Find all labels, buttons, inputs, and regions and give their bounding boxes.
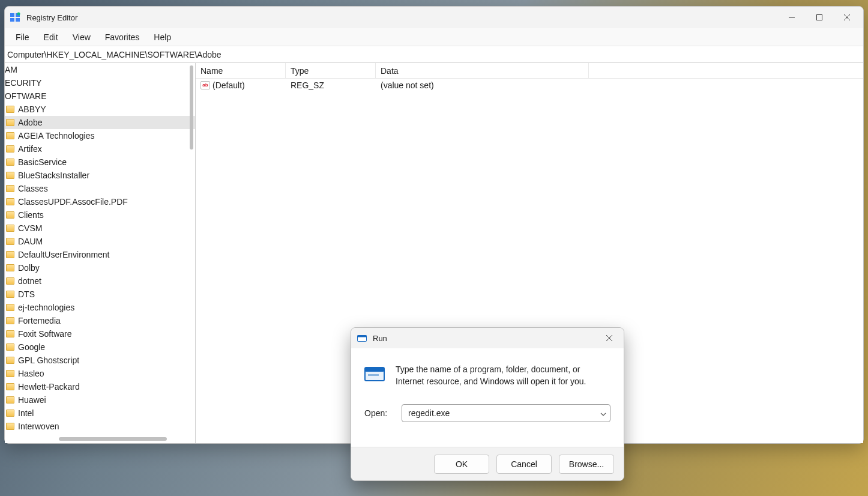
run-titlebar[interactable]: Run <box>351 328 624 348</box>
tree-item-label: Classes <box>18 184 48 193</box>
address-bar[interactable]: Computer\HKEY_LOCAL_MACHINE\SOFTWARE\Ado… <box>5 46 863 63</box>
tree-item-label: AGEIA Technologies <box>18 131 94 141</box>
tree-vertical-scrollbar[interactable] <box>184 63 195 432</box>
folder-icon <box>6 291 14 298</box>
run-title: Run <box>373 334 387 343</box>
tree-item[interactable]: CVSM <box>5 222 195 235</box>
tree-item[interactable]: Foxit Software <box>5 327 195 340</box>
address-text: Computer\HKEY_LOCAL_MACHINE\SOFTWARE\Ado… <box>7 50 222 59</box>
tree-item[interactable]: Clients <box>5 208 195 222</box>
tree-item[interactable]: Fortemedia <box>5 314 195 327</box>
value-name: (Default) <box>212 80 245 90</box>
tree-item[interactable]: AM <box>5 63 195 76</box>
folder-icon <box>6 251 14 258</box>
tree-item-label: DTS <box>18 289 35 299</box>
menu-help[interactable]: Help <box>146 30 178 44</box>
run-open-value: regedit.exe <box>408 408 450 418</box>
tree-item[interactable]: ej-technologies <box>5 301 195 314</box>
string-value-icon: ab <box>200 81 210 89</box>
tree-item[interactable]: Google <box>5 340 195 354</box>
maximize-button[interactable] <box>806 8 833 27</box>
folder-icon <box>6 264 14 271</box>
folder-icon <box>6 211 14 219</box>
tree-item-label: DefaultUserEnvironment <box>18 250 110 259</box>
tree-item[interactable]: ClassesUPDF.AssocFile.PDF <box>5 195 195 208</box>
tree-item-label: ej-technologies <box>18 303 74 312</box>
run-icon <box>357 334 367 342</box>
folder-icon <box>6 317 14 324</box>
tree-item[interactable]: GPL Ghostscript <box>5 354 195 367</box>
folder-icon <box>6 225 14 232</box>
tree-item[interactable]: Huawei <box>5 393 195 407</box>
titlebar[interactable]: Registry Editor <box>5 7 863 28</box>
tree-item[interactable]: ABBYY <box>5 103 195 116</box>
tree-item[interactable]: DTS <box>5 288 195 301</box>
tree-item[interactable]: DefaultUserEnvironment <box>5 248 195 261</box>
tree-item-label: Interwoven <box>18 422 59 431</box>
cancel-button[interactable]: Cancel <box>496 455 552 474</box>
tree-item-label: Intel <box>18 408 34 418</box>
folder-icon <box>6 423 14 430</box>
tree-item-label: ClassesUPDF.AssocFile.PDF <box>18 197 128 207</box>
tree-item[interactable]: ECURITY <box>5 76 195 89</box>
run-dialog: Run Type the name of a program, folder, … <box>351 327 624 481</box>
window-title: Registry Editor <box>26 13 77 22</box>
scrollbar-thumb[interactable] <box>59 437 167 441</box>
run-body: Type the name of a program, folder, docu… <box>351 348 624 447</box>
column-header-name[interactable]: Name <box>196 63 286 78</box>
tree-pane[interactable]: AMECURITYOFTWAREABBYYAdobeAGEIA Technolo… <box>5 63 196 443</box>
tree-item[interactable]: Artifex <box>5 142 195 156</box>
tree-item[interactable]: Classes <box>5 182 195 195</box>
scrollbar-thumb[interactable] <box>190 65 193 150</box>
tree-item[interactable]: Intel <box>5 407 195 420</box>
tree-item[interactable]: dotnet <box>5 274 195 288</box>
tree-item[interactable]: Hasleo <box>5 367 195 380</box>
run-description: Type the name of a program, folder, docu… <box>396 364 610 387</box>
tree-item[interactable]: Hewlett-Packard <box>5 380 195 393</box>
folder-icon <box>6 238 14 245</box>
column-header-type[interactable]: Type <box>286 63 376 78</box>
menu-view[interactable]: View <box>65 30 98 44</box>
menu-edit[interactable]: Edit <box>37 30 65 44</box>
tree-item[interactable]: Adobe <box>5 116 195 129</box>
tree-item-label: Clients <box>18 210 44 220</box>
folder-icon <box>6 383 14 390</box>
svg-rect-6 <box>817 15 822 20</box>
run-button-bar: OK Cancel Browse... <box>351 447 624 480</box>
tree-item[interactable]: AGEIA Technologies <box>5 129 195 142</box>
tree-item-label: OFTWARE <box>5 91 46 101</box>
tree-item-label: Google <box>18 342 45 352</box>
tree-item[interactable]: Dolby <box>5 261 195 274</box>
folder-icon <box>6 357 14 364</box>
folder-icon <box>6 343 14 351</box>
tree-item-label: CVSM <box>18 223 42 233</box>
minimize-button[interactable] <box>778 8 806 27</box>
tree-item[interactable]: DAUM <box>5 235 195 248</box>
tree-item[interactable]: BlueStacksInstaller <box>5 169 195 182</box>
column-header-data[interactable]: Data <box>376 63 589 78</box>
run-program-icon <box>364 365 385 382</box>
svg-rect-14 <box>365 367 384 372</box>
folder-icon <box>6 410 14 417</box>
menu-favorites[interactable]: Favorites <box>98 30 147 44</box>
ok-button[interactable]: OK <box>434 455 489 474</box>
menu-file[interactable]: File <box>8 30 37 44</box>
close-button[interactable] <box>833 8 861 27</box>
tree-item-label: dotnet <box>18 276 41 286</box>
folder-icon <box>6 132 14 139</box>
tree-item-label: ABBYY <box>18 104 46 114</box>
tree-horizontal-scrollbar[interactable] <box>5 432 195 443</box>
tree-item[interactable]: BasicService <box>5 156 195 169</box>
tree-item-label: GPL Ghostscript <box>18 355 79 365</box>
browse-button[interactable]: Browse... <box>559 455 614 474</box>
run-open-combobox[interactable]: regedit.exe <box>402 404 610 422</box>
tree-item-label: Foxit Software <box>18 329 71 339</box>
tree-item-label: Dolby <box>18 263 40 273</box>
tree-item[interactable]: Interwoven <box>5 420 195 432</box>
folder-icon <box>6 119 14 126</box>
tree-item-label: AM <box>5 65 17 74</box>
run-close-button[interactable] <box>597 328 621 348</box>
tree-item-label: BasicService <box>18 157 67 167</box>
tree-item[interactable]: OFTWARE <box>5 89 195 103</box>
value-row[interactable]: ab(Default)REG_SZ(value not set) <box>196 79 863 92</box>
